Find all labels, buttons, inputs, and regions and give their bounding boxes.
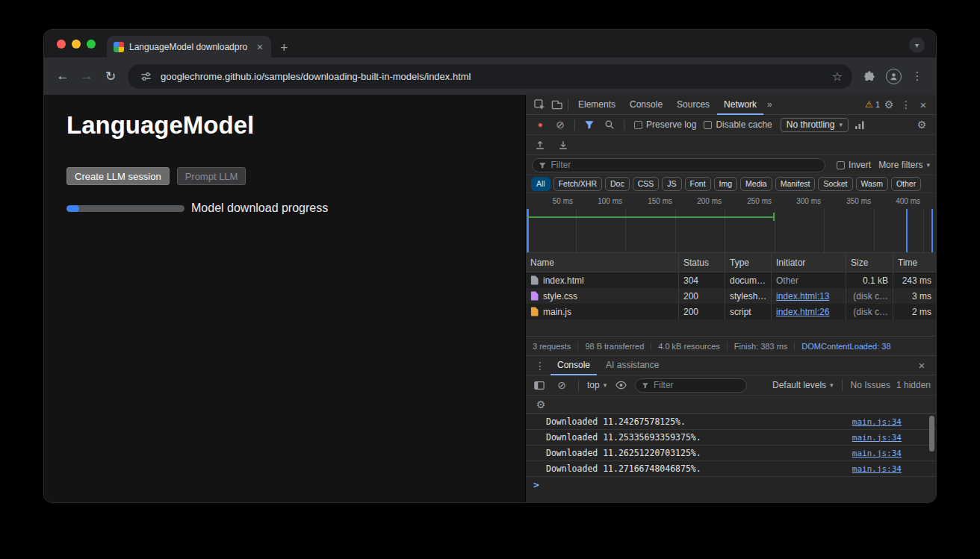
- disable-cache-checkbox[interactable]: [704, 121, 712, 129]
- table-row[interactable]: index.html 304 docum… Other 0.1 kB 243 m…: [526, 272, 936, 288]
- browser-tab[interactable]: LanguageModel downloadpro ×: [107, 36, 271, 57]
- console-message: Downloaded 11.25335693359375%. main.js:3…: [526, 429, 936, 445]
- minimize-window-button[interactable]: [72, 40, 81, 49]
- tab-close-icon[interactable]: ×: [255, 42, 264, 52]
- drawer-menu-kebab-icon[interactable]: ⋮: [532, 358, 548, 373]
- bookmark-star-icon[interactable]: ☆: [832, 69, 843, 84]
- log-levels-dropdown[interactable]: Default levels ▾: [772, 380, 834, 390]
- chip-fetch-xhr[interactable]: Fetch/XHR: [553, 177, 602, 191]
- extensions-puzzle-icon[interactable]: [858, 65, 881, 87]
- close-window-button[interactable]: [57, 40, 66, 49]
- preserve-log-checkbox[interactable]: [634, 121, 642, 129]
- network-settings-gear-icon[interactable]: ⚙: [914, 117, 930, 132]
- column-header-status[interactable]: Status: [679, 253, 725, 272]
- devtools-menu-kebab-icon[interactable]: ⋮: [898, 97, 914, 112]
- console-settings-row: ⚙: [526, 396, 936, 413]
- console-prompt[interactable]: >: [526, 476, 936, 493]
- back-button[interactable]: ←: [52, 65, 74, 87]
- console-scrollbar[interactable]: [929, 416, 934, 452]
- create-llm-session-button[interactable]: Create LLM session: [66, 167, 170, 185]
- drawer-tab-console[interactable]: Console: [551, 356, 597, 375]
- document-icon-label: index.html: [543, 275, 584, 286]
- javascript-context-dropdown[interactable]: top ▾: [587, 380, 607, 390]
- throttling-dropdown[interactable]: No throttling ▾: [781, 118, 849, 132]
- search-icon[interactable]: [601, 117, 618, 132]
- drawer-close-icon[interactable]: ×: [914, 358, 930, 373]
- console-source-link[interactable]: main.js:34: [852, 417, 902, 427]
- console-source-link[interactable]: main.js:34: [852, 449, 902, 458]
- import-har-icon[interactable]: [532, 137, 548, 152]
- chip-doc[interactable]: Doc: [605, 177, 630, 191]
- issues-status[interactable]: No Issues: [851, 380, 890, 390]
- zoom-window-button[interactable]: [87, 40, 96, 49]
- prompt-llm-button[interactable]: Prompt LLM: [177, 167, 246, 185]
- device-toolbar-icon[interactable]: [548, 97, 565, 112]
- request-type: docum…: [725, 272, 772, 288]
- column-header-time[interactable]: Time: [893, 253, 936, 272]
- console-settings-gear-icon[interactable]: ⚙: [533, 397, 549, 412]
- forward-button[interactable]: →: [75, 65, 98, 87]
- tab-favicon-icon: [114, 42, 124, 52]
- chip-img[interactable]: Img: [714, 177, 738, 191]
- new-tab-button[interactable]: +: [280, 41, 288, 54]
- tab-sources[interactable]: Sources: [670, 95, 716, 115]
- console-filter-input[interactable]: [654, 380, 740, 390]
- initiator-link[interactable]: index.html:13: [776, 291, 829, 302]
- chip-wasm[interactable]: Wasm: [856, 177, 888, 191]
- drawer-tab-ai-assistance[interactable]: AI assistance: [599, 356, 666, 375]
- initiator-link[interactable]: index.html:26: [776, 307, 829, 317]
- tab-network[interactable]: Network: [717, 95, 763, 115]
- table-row[interactable]: main.js 200 script index.html:26 (disk c…: [526, 304, 936, 319]
- tab-search-button[interactable]: ▾: [909, 37, 925, 53]
- console-source-link[interactable]: main.js:34: [852, 433, 902, 443]
- live-expression-eye-icon[interactable]: [612, 378, 629, 393]
- address-bar[interactable]: googlechrome.github.io/samples/downloadi…: [128, 64, 852, 89]
- tab-console[interactable]: Console: [623, 95, 669, 115]
- more-tabs-icon[interactable]: »: [764, 99, 775, 110]
- hidden-messages-count[interactable]: 1 hidden: [896, 380, 931, 390]
- network-filter-input[interactable]: [551, 160, 819, 170]
- network-conditions-icon[interactable]: [852, 117, 869, 132]
- site-settings-icon[interactable]: [137, 69, 154, 84]
- timeline-tick: 250 ms: [730, 197, 772, 205]
- table-row[interactable]: style.css 200 stylesh… index.html:13 (di…: [526, 288, 936, 304]
- chip-other[interactable]: Other: [891, 177, 921, 191]
- warning-count: 1: [875, 100, 880, 109]
- tab-elements[interactable]: Elements: [571, 95, 622, 115]
- devtools-close-icon[interactable]: ×: [915, 97, 931, 112]
- browser-menu-kebab-icon[interactable]: ⋮: [906, 65, 928, 87]
- divider: [842, 380, 843, 391]
- chip-js[interactable]: JS: [662, 177, 681, 191]
- chip-media[interactable]: Media: [740, 177, 772, 191]
- devtools-settings-gear-icon[interactable]: ⚙: [881, 97, 897, 112]
- console-sidebar-toggle-icon[interactable]: [531, 378, 548, 393]
- column-header-type[interactable]: Type: [725, 253, 772, 272]
- filter-funnel-icon[interactable]: [581, 117, 598, 132]
- record-network-log-button[interactable]: ●: [532, 117, 548, 132]
- chip-font[interactable]: Font: [685, 177, 711, 191]
- timeline-tick: 150 ms: [630, 197, 672, 205]
- clear-network-log-icon[interactable]: ⊘: [552, 117, 568, 132]
- chip-all[interactable]: All: [531, 177, 551, 191]
- column-header-name[interactable]: Name: [526, 253, 679, 272]
- console-source-link[interactable]: main.js:34: [852, 464, 902, 474]
- column-header-size[interactable]: Size: [846, 253, 893, 272]
- issues-indicator[interactable]: ⚠ 1: [865, 99, 880, 110]
- devtools-panel: Elements Console Sources Network » ⚠ 1 ⚙…: [525, 95, 936, 502]
- timeline-tick: 300 ms: [779, 197, 821, 205]
- more-filters-dropdown[interactable]: More filters ▾: [878, 160, 930, 170]
- chip-manifest[interactable]: Manifest: [775, 177, 816, 191]
- column-header-initiator[interactable]: Initiator: [772, 253, 846, 272]
- inspect-element-icon[interactable]: [531, 97, 548, 112]
- console-message: Downloaded 11.27166748046875%. main.js:3…: [526, 460, 936, 476]
- chip-socket[interactable]: Socket: [818, 177, 852, 191]
- more-filters-label: More filters: [878, 160, 922, 170]
- network-overview-timeline[interactable]: 50 ms 100 ms 150 ms 200 ms 250 ms 300 ms…: [526, 193, 936, 253]
- chip-css[interactable]: CSS: [633, 177, 660, 191]
- invert-checkbox[interactable]: [837, 161, 845, 169]
- clear-console-icon[interactable]: ⊘: [553, 378, 570, 393]
- export-har-icon[interactable]: [555, 137, 571, 152]
- profile-avatar[interactable]: [882, 65, 905, 87]
- console-message-text: Downloaded 11.27166748046875%.: [546, 463, 701, 474]
- reload-button[interactable]: ↻: [99, 65, 122, 87]
